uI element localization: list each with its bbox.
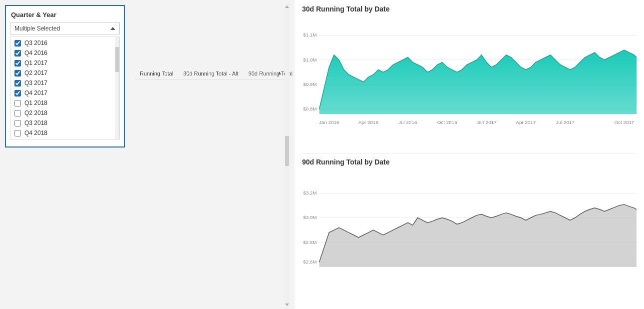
filter-item-label: Q2 2018 bbox=[24, 110, 47, 116]
filter-box: Quarter & Year Multiple Selected Q3 2016… bbox=[5, 5, 125, 148]
svg-text:Apr 2016: Apr 2016 bbox=[358, 120, 378, 125]
filter-title: Quarter & Year bbox=[10, 11, 120, 18]
filter-selected-label: Multiple Selected bbox=[14, 25, 60, 32]
filter-item[interactable]: Q4 2017 bbox=[10, 88, 119, 98]
tabs-scroll-chevron[interactable]: ▲ bbox=[277, 70, 282, 76]
chart1-title: 30d Running Total by Date bbox=[302, 5, 637, 13]
svg-text:Jan 2017: Jan 2017 bbox=[476, 120, 497, 125]
vscroll-up-arrow[interactable] bbox=[285, 6, 289, 8]
filter-checkbox[interactable] bbox=[14, 50, 21, 56]
chart1-section: 30d Running Total by Date $1.1M $1.0M $0… bbox=[302, 5, 637, 148]
filter-item[interactable]: Q3 2018 bbox=[10, 118, 119, 128]
filter-item-label: Q2 2017 bbox=[24, 70, 47, 76]
filter-checkbox[interactable] bbox=[14, 60, 21, 66]
scrollbar-thumb[interactable] bbox=[115, 47, 119, 72]
tab-item-0[interactable]: Running Total bbox=[135, 68, 178, 80]
filter-item[interactable]: Q1 2018 bbox=[10, 98, 119, 108]
filter-checkbox[interactable] bbox=[14, 80, 21, 86]
right-panel: 30d Running Total by Date $1.1M $1.0M $0… bbox=[295, 0, 644, 309]
svg-text:$1.1M: $1.1M bbox=[303, 32, 317, 38]
filter-checkbox[interactable] bbox=[14, 90, 21, 96]
svg-text:$2.8M: $2.8M bbox=[303, 240, 317, 245]
svg-text:Oct 2017: Oct 2017 bbox=[614, 120, 634, 125]
svg-text:Oct 2016: Oct 2016 bbox=[437, 120, 457, 125]
svg-text:Jan 2016: Jan 2016 bbox=[319, 120, 339, 125]
filter-checkbox[interactable] bbox=[14, 40, 21, 46]
tab-item-1[interactable]: 30d Running Total - Alt bbox=[178, 68, 243, 80]
filter-item[interactable]: Q3 2016 bbox=[10, 38, 119, 48]
left-panel: Quarter & Year Multiple Selected Q3 2016… bbox=[0, 0, 135, 309]
filter-checkbox[interactable] bbox=[14, 70, 21, 76]
vscroll-down-arrow[interactable] bbox=[285, 304, 289, 306]
svg-text:$1.0M: $1.0M bbox=[303, 57, 317, 62]
filter-item-label: Q3 2016 bbox=[24, 40, 47, 46]
filter-checkbox[interactable] bbox=[14, 100, 21, 106]
filter-list: Q3 2016Q4 2016Q1 2017Q2 2017Q3 2017Q4 20… bbox=[10, 36, 120, 140]
scrollbar-track[interactable] bbox=[115, 37, 119, 139]
filter-item-label: Q4 2017 bbox=[24, 90, 47, 96]
filter-checkbox[interactable] bbox=[14, 120, 21, 126]
chart2-svg: $3.2M $3.0M $2.8M $2.6M bbox=[302, 168, 637, 302]
filter-item[interactable]: Q4 2018 bbox=[10, 128, 119, 138]
tabs-row: Running Total30d Running Total - Alt90d … bbox=[135, 68, 285, 80]
chevron-up-icon bbox=[110, 27, 115, 30]
chart2-title: 90d Running Total by Date bbox=[302, 158, 637, 166]
chart1-svg: $1.1M $1.0M $0.9M $0.8M bbox=[302, 16, 637, 148]
filter-item[interactable]: Q2 2017 bbox=[10, 68, 119, 78]
chart-divider bbox=[302, 154, 637, 154]
filter-checkbox[interactable] bbox=[14, 130, 21, 136]
svg-text:$3.0M: $3.0M bbox=[303, 214, 317, 220]
chart2-container: $3.2M $3.0M $2.8M $2.6M bbox=[302, 168, 637, 302]
filter-item[interactable]: Q1 2017 bbox=[10, 58, 119, 68]
filter-checkbox[interactable] bbox=[14, 110, 21, 116]
filter-item-label: Q3 2018 bbox=[24, 120, 47, 126]
filter-item-label: Q4 2016 bbox=[24, 50, 47, 56]
svg-text:Jul 2017: Jul 2017 bbox=[556, 120, 575, 125]
filter-item[interactable]: Q3 2017 bbox=[10, 78, 119, 88]
svg-text:$2.6M: $2.6M bbox=[303, 259, 317, 264]
svg-text:$0.9M: $0.9M bbox=[303, 82, 317, 87]
filter-dropdown-header[interactable]: Multiple Selected bbox=[10, 22, 120, 34]
chart1-container: $1.1M $1.0M $0.9M $0.8M bbox=[302, 16, 637, 148]
filter-item[interactable]: Q4 2016 bbox=[10, 48, 119, 58]
chart2-section: 90d Running Total by Date $3.2M $3.0M $2… bbox=[302, 158, 637, 302]
svg-text:Apr 2017: Apr 2017 bbox=[516, 120, 536, 125]
filter-item-label: Q3 2017 bbox=[24, 80, 47, 86]
middle-panel: Running Total30d Running Total - Alt90d … bbox=[135, 0, 285, 309]
filter-item-label: Q1 2018 bbox=[24, 100, 47, 106]
filter-item[interactable]: Q2 2018 bbox=[10, 108, 119, 118]
svg-text:Jul 2016: Jul 2016 bbox=[398, 120, 417, 125]
vscroll-thumb[interactable] bbox=[285, 136, 289, 166]
svg-text:$0.8M: $0.8M bbox=[303, 106, 317, 112]
svg-text:$3.2M: $3.2M bbox=[303, 190, 317, 196]
filter-item-label: Q1 2017 bbox=[24, 60, 47, 66]
filter-item-label: Q4 2018 bbox=[24, 130, 47, 136]
